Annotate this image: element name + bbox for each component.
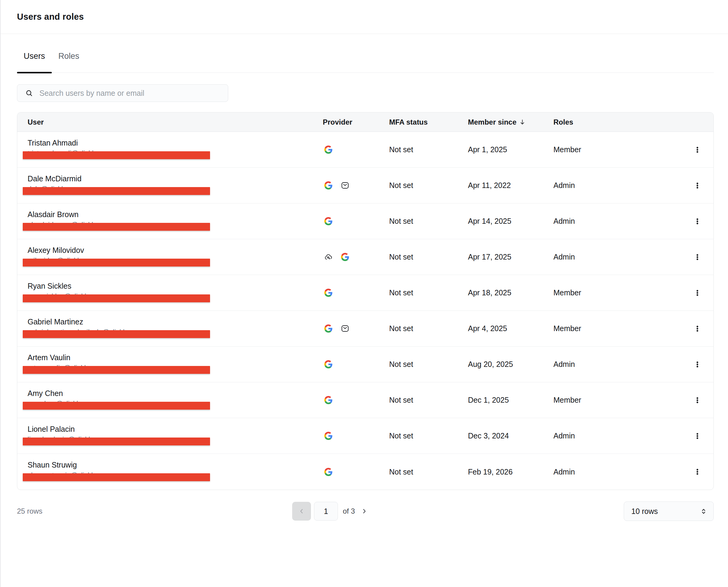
row-actions-kebab-button[interactable] [690,143,704,157]
google-provider-icon [324,432,333,440]
provider-icons [323,145,389,154]
kebab-icon [694,146,701,154]
tab-roles[interactable]: Roles [52,51,86,72]
user-cell: Ryan Sickles ryan.sickles@clickhouse.com [17,275,323,310]
search-box[interactable] [17,84,228,102]
user-role: Admin [553,468,681,476]
row-actions-kebab-button[interactable] [690,393,704,407]
member-since-label: Member since [468,118,516,126]
user-role: Admin [553,181,681,190]
user-name: Ryan Sickles [28,281,323,290]
redaction-bar [23,438,210,445]
google-provider-icon [324,217,333,225]
rows-per-page-select[interactable]: 10 rows [624,501,714,521]
user-role: Admin [553,253,681,261]
provider-icons [323,217,389,225]
mfa-status: Not set [389,324,468,333]
tab-users[interactable]: Users [17,51,52,72]
member-since: Apr 1, 2025 [468,145,553,154]
mfa-status: Not set [389,468,468,476]
page-number-input[interactable]: 1 [314,502,338,521]
user-cell: Shaun Struwig shaun.struwig@clickhouse.c… [17,454,323,490]
user-cell: Lionel Palacin lionel.palacin@clickhouse… [17,418,323,453]
user-role: Admin [553,431,681,440]
email-provider-icon [341,324,349,333]
user-name: Tristan Ahmadi [28,138,323,147]
mfa-status: Not set [389,396,468,404]
table-row: Dale McDiarmid dale@clickhouse.com Not s… [17,168,713,204]
table-row: Artem Vaulin artemvaulin@clickhouse.com … [17,347,713,382]
redaction-bar [23,330,210,338]
mfa-status: Not set [389,431,468,440]
column-header-roles[interactable]: Roles [553,118,681,126]
provider-icons [323,324,389,333]
search-icon [25,89,33,97]
user-name: Lionel Palacin [28,424,323,433]
email-provider-icon [341,181,349,189]
member-since: Aug 20, 2025 [468,360,553,369]
table-body: Tristan Ahmadi tristan.ahmadi@clickhouse… [17,132,713,490]
row-actions-kebab-button[interactable] [690,286,704,300]
google-provider-icon [324,289,333,297]
row-actions-kebab-button[interactable] [690,214,704,228]
user-name: Alexey Milovidov [28,245,323,255]
page-count-label: of 3 [343,507,355,515]
column-header-provider[interactable]: Provider [323,118,389,126]
redaction-bar [23,473,210,481]
kebab-icon [694,182,701,189]
previous-page-button[interactable] [292,502,311,521]
row-actions-kebab-button[interactable] [690,357,704,371]
redaction-bar [23,366,210,374]
provider-icons [323,289,389,297]
mfa-status: Not set [389,253,468,261]
kebab-icon [694,432,701,440]
table-row: Alasdair Brown alasdairbrown@clickhouse.… [17,204,713,239]
up-down-stepper-icon [700,508,707,515]
row-actions-kebab-button[interactable] [690,179,704,192]
user-name: Shaun Struwig [28,460,323,469]
google-provider-icon [324,360,333,368]
column-header-member-since[interactable]: Member since [468,118,553,126]
provider-icons [323,253,389,261]
table-row: Amy Chen amychen@clickhouse.com Not set … [17,382,713,418]
user-email-wrap: ryan.sickles@clickhouse.com [28,292,219,303]
mfa-status: Not set [389,360,468,369]
user-name: Gabriel Martinez [28,317,323,326]
user-role: Member [553,396,681,404]
next-page-button[interactable] [357,504,371,518]
user-email-wrap: tristan.ahmadi@clickhouse.com [28,149,219,160]
provider-icons [323,181,389,189]
google-provider-icon [324,145,333,154]
column-header-user[interactable]: User [17,118,323,126]
mfa-status: Not set [389,181,468,190]
member-since: Apr 17, 2025 [468,253,553,261]
user-cell: Dale McDiarmid dale@clickhouse.com [17,168,323,203]
page-header: Users and roles [1,0,728,34]
redaction-bar [23,187,210,195]
table-row: Gabriel Martinez gabrielmartinezdevilosl… [17,311,713,347]
user-cell: Amy Chen amychen@clickhouse.com [17,382,323,418]
google-provider-icon [324,468,333,476]
column-header-mfa-status[interactable]: MFA status [389,118,468,126]
user-name: Dale McDiarmid [28,174,323,183]
mfa-status: Not set [389,217,468,226]
pagination: 1 of 3 [292,502,371,521]
row-actions-kebab-button[interactable] [690,250,704,264]
user-cell: Alasdair Brown alasdairbrown@clickhouse.… [17,204,323,239]
chevron-left-icon [298,508,305,515]
row-actions-kebab-button[interactable] [690,429,704,443]
member-since: Apr 11, 2022 [468,181,553,190]
redaction-bar [23,259,210,266]
table-row: Shaun Struwig shaun.struwig@clickhouse.c… [17,454,713,490]
search-input[interactable] [40,89,222,98]
tab-bar: Users Roles [17,34,714,73]
row-actions-kebab-button[interactable] [690,322,704,336]
provider-icons [323,432,389,440]
kebab-icon [694,396,701,404]
row-actions-kebab-button[interactable] [690,465,704,479]
provider-icons [323,396,389,404]
redaction-bar [23,151,210,159]
kebab-icon [694,217,701,225]
google-provider-icon [324,181,333,189]
table-header-row: User Provider MFA status Member since Ro… [17,113,713,132]
